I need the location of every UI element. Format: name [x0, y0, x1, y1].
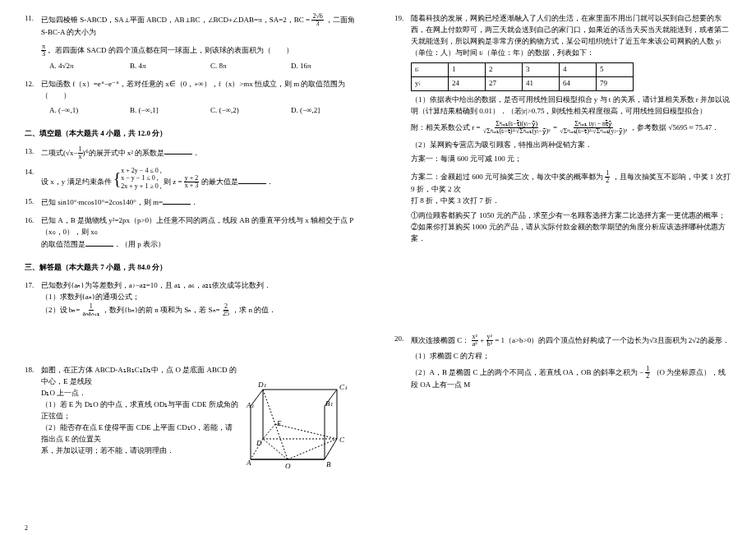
plan-1: 方案一：每满 600 元可减 100 元； [411, 154, 731, 165]
svg-text:A: A [247, 459, 251, 467]
q-number: 19. [394, 13, 409, 25]
question-20: 20. 顺次连接椭圆 C： x²a² + y²b² = 1（a>b>0）的四个顶… [394, 334, 731, 391]
equation-system: { x + 2y − 4 ≤ 0 , x − y − 1 ≤ 0 , 2x + … [113, 167, 162, 191]
plan-2: 方案二：金额超过 600 元可抽奖三次，每次中奖的概率都为 12 ，且每次抽奖互… [411, 170, 731, 196]
fraction: 225 [222, 303, 230, 317]
question-11: 11. 已知四棱锥 S-ABCD，SA⊥平面 ABCD，AB⊥BC，∠BCD+∠… [25, 13, 362, 72]
sub-question-2: （2）能否存在点 E 使得平面 CDE 上平面 CD₁O，若能，请指出点 E 的… [41, 422, 238, 445]
svg-text:B: B [326, 460, 331, 468]
q-text: 已知四棱锥 S-ABCD，SA⊥平面 ABCD，AB⊥BC，∠BCD+∠DAB=… [41, 16, 355, 36]
fraction: 12 [605, 170, 610, 184]
fill-blank [238, 176, 266, 184]
svg-text:A₁: A₁ [247, 401, 254, 409]
fraction: Σⁿᵢ₌₁(tᵢ−t̄)(yᵢ−ȳ)√Σⁿᵢ₌₁(tᵢ−t̄)²·√Σⁿᵢ₌₁(… [482, 121, 551, 135]
option-d: D. (−∞,2] [291, 105, 348, 117]
sub-q-b: ②如果你打算购买 1000 元的产品，请从实际付款金额的数学期望的角度分析应该选… [411, 222, 731, 245]
fill-blank [164, 146, 192, 155]
fraction: 12 [645, 366, 650, 380]
question-13: 13. 二项式(√x−1x)⁶的展开式中 x² 的系数是． [25, 146, 362, 160]
fraction: 1aₙaₙ₊₁ [82, 303, 100, 317]
option-d: D. 16π [291, 61, 348, 72]
sub-question-1: （1）若 E 为 D₁O 的中点，求直线 OD₁与平面 CDE 所成角的正弦值； [41, 399, 238, 422]
q-number: 18. [25, 365, 39, 376]
cube-figure: A₁ B₁ C₁ D₁ A B C D O E [247, 365, 362, 484]
fraction: x²a² [472, 334, 478, 348]
question-14: 14. 设 x，y 满足约束条件 { x + 2y − 4 ≤ 0 , x − … [25, 167, 362, 191]
option-c: C. 8π [210, 61, 268, 72]
q-number: 16. [25, 215, 39, 227]
sub-question-2: （2）A，B 是椭圆 C 上的两个不同点，若直线 OA，OB 的斜率之积为 − … [411, 366, 731, 391]
answer-options: A. (−∞,1) B. (−∞,1] C. (−∞,2) D. (−∞,2] [41, 105, 362, 117]
question-18: 18. 如图，在正方体 ABCD-A₁B₁C₁D₁中，点 O 是底面 ABCD … [25, 365, 362, 457]
svg-line-3 [325, 439, 337, 459]
option-b: B. (−∞,1] [130, 105, 187, 117]
data-table: tᵢ 1 2 3 4 5 yᵢ 24 27 41 64 79 [411, 62, 634, 91]
svg-text:B₁: B₁ [325, 399, 333, 408]
fill-blank [163, 196, 191, 205]
section-3-header: 三、解答题（本大题共 7 小题，共 84.0 分） [25, 262, 362, 274]
fraction: y²b² [486, 334, 493, 348]
svg-text:O: O [285, 462, 291, 470]
question-15: 15. 已知 sin10°·mcos10°=2cos140°，则 m=． [25, 196, 362, 209]
svg-line-12 [275, 424, 337, 439]
sub-question-2: （2）设 bₙ= 1aₙaₙ₊₁ ，数列{bₙ}的前 n 项和为 Sₙ，若 Sₙ… [41, 303, 362, 317]
q-number: 13. [25, 146, 39, 158]
svg-text:D₁: D₁ [257, 380, 266, 389]
question-12: 12. 已知函数 f（x）=eˣ−e⁻ˣ，若对任意的 x∈（0，+∞），f（x）… [25, 79, 362, 117]
formula-hint: 附：相关系数公式 r = Σⁿᵢ₌₁(tᵢ−t̄)(yᵢ−ȳ)√Σⁿᵢ₌₁(tᵢ… [411, 121, 731, 135]
sub-question-2: （2）某网购专营店为吸引顾客，特推出两种促销方案． [411, 140, 731, 151]
table-row: yᵢ 24 27 41 64 79 [412, 76, 634, 90]
q-text: 已知函数 f（x）=eˣ−e⁻ˣ，若对任意的 x∈（0，+∞），f（x）>mx … [41, 80, 345, 99]
option-a: A. 4√2π [49, 61, 107, 72]
sub-question-1: （1）求数列{aₙ}的通项公式； [41, 292, 362, 303]
fraction: 2√63 [311, 13, 323, 27]
svg-line-11 [263, 424, 275, 439]
question-19: 19. 随着科技的发展，网购已经逐渐融入了人们的生活，在家里面不用出门就可以买到… [394, 13, 731, 245]
svg-text:E: E [276, 419, 282, 427]
sub-q-a: ①两位顾客都购买了 1050 元的产品，求至少有一名顾客选择方案二比选择方案一更… [411, 210, 731, 222]
fraction: y + 2x + 3 [184, 175, 200, 189]
section-2-header: 二、填空题（本大题共 4 小题，共 12.0 分） [25, 128, 362, 140]
option-c: C. (−∞,2) [210, 105, 268, 117]
question-16: 16. 已知 A，B 是抛物线 y²=2px（p>0）上任意不同的两点，线段 A… [25, 215, 362, 251]
q-number: 17. [25, 280, 39, 292]
option-a: A. (−∞,1) [49, 105, 107, 117]
table-row: tᵢ 1 2 3 4 5 [412, 62, 634, 76]
q-number: 14. [25, 167, 39, 178]
q-number: 20. [394, 334, 409, 345]
q-number: 12. [25, 79, 39, 90]
svg-line-10 [288, 439, 337, 459]
question-17: 17. 已知数列{aₙ}为等差数列，a₇−a₂=10，且 a₁，a₆，a₂₁依次… [25, 280, 362, 317]
svg-text:D: D [256, 439, 262, 447]
page-number: 2 [25, 524, 28, 532]
answer-options: A. 4√2π B. 4π C. 8π D. 16π [41, 61, 362, 72]
svg-text:C: C [339, 436, 345, 444]
q-number: 11. [25, 13, 39, 25]
svg-text:C₁: C₁ [339, 383, 348, 391]
sub-question-1: （1）求椭圆 C 的方程； [411, 351, 731, 362]
option-b: B. 4π [130, 61, 187, 72]
fraction: Σⁿᵢ₌₁ tᵢyᵢ − nt̄ȳ√Σⁿᵢ₌₁(tᵢ−t̄)²·√Σⁿᵢ₌₁(y… [559, 121, 628, 135]
q-number: 15. [25, 196, 39, 208]
fraction: π3 [41, 44, 46, 58]
fill-blank [85, 238, 113, 247]
sub-question-1: （1）依据表中给出的数据，是否可用线性回归模型拟合 y 与 t 的关系，请计算相… [411, 95, 731, 118]
